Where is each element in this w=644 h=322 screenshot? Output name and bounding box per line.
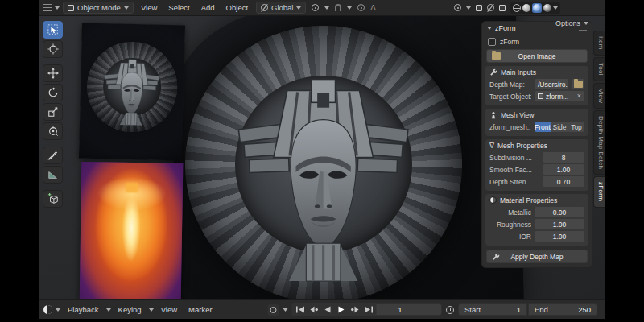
depth-map-path-field[interactable]: /Users/ro... bbox=[535, 79, 568, 89]
jump-to-end-button[interactable] bbox=[362, 304, 375, 316]
visibility-dropdown-icon[interactable] bbox=[454, 4, 461, 11]
proportional-editing-icon[interactable] bbox=[357, 4, 365, 11]
auto-keying-button[interactable] bbox=[268, 304, 279, 316]
editor-type-chevron-icon[interactable] bbox=[55, 6, 60, 10]
depth-strength-label: Depth Stren... bbox=[489, 178, 539, 186]
open-image-button[interactable]: Open Image bbox=[486, 49, 588, 63]
pivot-point-icon[interactable] bbox=[312, 4, 319, 11]
timeline-right: 1 Start 1 End 250 bbox=[358, 303, 605, 316]
menu-view[interactable]: View bbox=[137, 2, 161, 14]
roughness-field[interactable]: 1.00 bbox=[535, 219, 584, 229]
editor-type-icon[interactable] bbox=[43, 4, 52, 11]
view-top-button[interactable]: Top bbox=[568, 122, 584, 132]
roughness-row: Roughness 1.00 bbox=[485, 218, 588, 230]
snap-chevron-icon[interactable] bbox=[347, 6, 352, 10]
previous-keyframe-button[interactable] bbox=[308, 304, 320, 316]
shading-wireframe-icon[interactable] bbox=[513, 4, 521, 12]
menu-playback[interactable]: Playback bbox=[64, 303, 103, 316]
shading-chevron-icon[interactable] bbox=[553, 6, 558, 10]
clear-target-icon[interactable]: × bbox=[577, 93, 581, 100]
play-button[interactable] bbox=[335, 304, 348, 316]
menu-marker[interactable]: Marker bbox=[184, 303, 217, 316]
record-circle-icon bbox=[270, 307, 277, 313]
shading-mode-group bbox=[510, 2, 560, 14]
target-object-field[interactable]: zform... × bbox=[535, 91, 584, 101]
panel-collapse-chevron-icon[interactable] bbox=[487, 27, 492, 30]
show-overlays-icon[interactable] bbox=[487, 4, 494, 11]
end-frame-field[interactable]: End 250 bbox=[528, 303, 597, 316]
subdivision-field[interactable]: 8 bbox=[543, 152, 584, 163]
falloff-curve-icon[interactable]: Λ bbox=[370, 4, 375, 11]
visibility-chevron-icon[interactable] bbox=[466, 6, 471, 10]
mode-selector[interactable]: Object Mode bbox=[63, 2, 134, 14]
topbar: Object Mode View Select Add Object Globa… bbox=[39, 0, 605, 16]
view-front-button[interactable]: Front bbox=[535, 122, 551, 132]
tool-measure[interactable] bbox=[43, 166, 63, 184]
menu-add[interactable]: Add bbox=[197, 2, 219, 14]
autokey-chevron-icon[interactable] bbox=[283, 308, 288, 312]
tool-scale[interactable] bbox=[43, 103, 63, 121]
ior-label: IOR bbox=[489, 233, 531, 241]
material-properties-header[interactable]: Material Properties bbox=[485, 194, 588, 206]
mesh-properties-section: ∇ Mesh Properties Subdivision ... 8 Smoo… bbox=[485, 139, 588, 191]
options-label: Options bbox=[555, 19, 580, 27]
tab-tool[interactable]: Tool bbox=[593, 57, 605, 81]
play-reverse-button[interactable] bbox=[321, 304, 334, 316]
tool-cursor[interactable] bbox=[43, 40, 63, 58]
main-inputs-header[interactable]: Main Inputs bbox=[485, 66, 588, 78]
timeline-editor-chevron-icon[interactable] bbox=[56, 308, 60, 312]
tool-select-box[interactable] bbox=[43, 21, 63, 39]
toggle-xray-icon[interactable] bbox=[499, 5, 506, 11]
show-gizmo-icon[interactable] bbox=[476, 5, 482, 11]
start-frame-field[interactable]: Start 1 bbox=[458, 303, 527, 316]
mesh-properties-header[interactable]: ∇ Mesh Properties bbox=[485, 139, 588, 151]
tab-view[interactable]: View bbox=[593, 83, 605, 109]
depth-map-headdress-notch bbox=[126, 183, 138, 192]
timeline-editor-icon[interactable] bbox=[43, 305, 52, 314]
orientation-selector[interactable]: Global bbox=[256, 2, 306, 14]
tool-transform[interactable] bbox=[43, 122, 63, 140]
metallic-field[interactable]: 0.00 bbox=[535, 207, 584, 217]
shading-material-preview-icon[interactable] bbox=[533, 4, 541, 12]
jump-to-start-button[interactable] bbox=[294, 304, 307, 316]
ior-field[interactable]: 1.00 bbox=[535, 231, 584, 242]
next-keyframe-button[interactable] bbox=[349, 304, 361, 316]
shading-rendered-icon[interactable] bbox=[543, 4, 551, 12]
options-button[interactable]: Options bbox=[552, 18, 592, 29]
menu-keying[interactable]: Keying bbox=[114, 303, 146, 316]
shading-active-pill bbox=[532, 3, 542, 13]
viewport-3d[interactable]: Options Item Tool View Depth Map Batch z… bbox=[39, 16, 605, 299]
tab-zform[interactable]: zForm bbox=[593, 176, 605, 207]
apply-depth-map-button[interactable]: Apply Depth Map bbox=[486, 250, 588, 263]
metallic-row: Metallic 0.00 bbox=[485, 206, 588, 218]
zform-checkbox[interactable] bbox=[488, 38, 496, 46]
smooth-factor-field[interactable]: 1.00 bbox=[543, 164, 584, 175]
menu-select[interactable]: Select bbox=[164, 2, 193, 14]
keying-chevron-icon bbox=[149, 308, 154, 312]
wrench-icon bbox=[489, 68, 497, 76]
playback-chevron-icon bbox=[106, 308, 111, 312]
menu-object[interactable]: Object bbox=[222, 2, 252, 14]
mesh-view-header[interactable]: Mesh View bbox=[485, 109, 588, 121]
view-side-button[interactable]: Side bbox=[551, 122, 568, 132]
depth-strength-field[interactable]: 0.70 bbox=[543, 176, 584, 187]
tool-rotate[interactable] bbox=[43, 84, 63, 101]
tab-depth-map-batch[interactable]: Depth Map Batch bbox=[593, 110, 605, 175]
tab-item[interactable]: Item bbox=[593, 31, 605, 56]
snap-magnet-icon[interactable] bbox=[335, 4, 341, 11]
pivot-chevron-icon[interactable] bbox=[324, 6, 329, 10]
depth-map-row: Depth Map: /Users/ro... bbox=[485, 78, 588, 90]
tool-move[interactable] bbox=[43, 64, 63, 82]
shading-solid-icon[interactable] bbox=[522, 4, 530, 12]
tool-annotate[interactable] bbox=[43, 147, 63, 164]
menu-timeline-view[interactable]: View bbox=[157, 303, 181, 316]
tool-add-cube[interactable] bbox=[43, 190, 63, 208]
mesh-view-row: zform_mesh... Front Side Top bbox=[485, 121, 588, 133]
depth-map-browse-button[interactable] bbox=[572, 79, 584, 89]
mesh-view-title: Mesh View bbox=[501, 111, 534, 119]
stone-face-carving-thumb bbox=[103, 56, 161, 127]
topbar-left: Object Mode View Select Add Object bbox=[39, 2, 252, 14]
timeline-bar: Playback Keying View Marker bbox=[39, 299, 605, 319]
timeline-left: Playback Keying View Marker bbox=[39, 303, 217, 316]
mesh-view-section: Mesh View zform_mesh... Front Side Top bbox=[485, 109, 588, 136]
